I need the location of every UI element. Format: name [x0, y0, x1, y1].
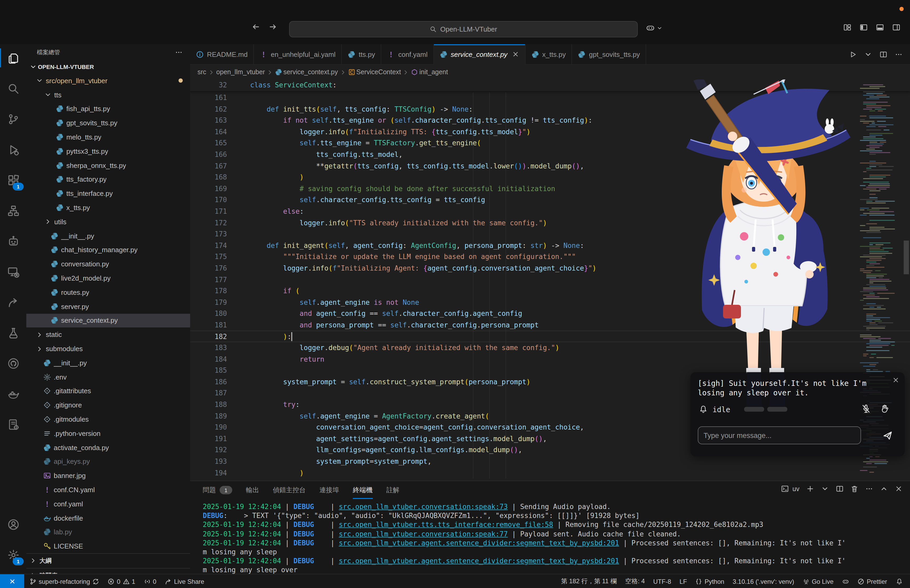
- raise-hand-icon[interactable]: [880, 404, 890, 414]
- explorer-row[interactable]: .python-version: [26, 426, 190, 441]
- explorer-row[interactable]: x_tts.py: [26, 200, 190, 215]
- status-item[interactable]: [895, 578, 903, 585]
- toggle-secondary-sidebar-icon[interactable]: [892, 23, 900, 32]
- more-icon[interactable]: [865, 485, 873, 493]
- remote-indicator[interactable]: [0, 574, 24, 588]
- toggle-panel-icon[interactable]: [876, 23, 884, 32]
- splitv-icon[interactable]: [879, 50, 887, 58]
- explorer-row[interactable]: conversation.py: [26, 257, 190, 271]
- explorer-row[interactable]: live2d_model.py: [26, 271, 190, 285]
- explorer-row[interactable]: routes.py: [26, 285, 190, 299]
- activity-item-testing[interactable]: [0, 319, 26, 346]
- chat-message-input[interactable]: [698, 426, 861, 444]
- tab-service_context.py[interactable]: service_context.py: [434, 44, 525, 65]
- tab-x_tts.py[interactable]: x_tts.py: [525, 44, 572, 64]
- tab-README.md[interactable]: README.md: [190, 44, 254, 64]
- copilot-menu-button[interactable]: [646, 23, 663, 32]
- chev-d-icon[interactable]: [864, 50, 872, 58]
- breadcrumb-item-init_agent[interactable]: init_agent: [411, 68, 448, 76]
- explorer-row[interactable]: api_keys.py: [26, 455, 190, 469]
- explorer-row[interactable]: pyttsx3_tts.py: [26, 144, 190, 158]
- explorer-row[interactable]: chat_history_manager.py: [26, 243, 190, 257]
- command-center-search[interactable]: Open-LLM-VTuber: [289, 21, 638, 37]
- activity-item-source-control[interactable]: [0, 105, 26, 132]
- explorer-row[interactable]: tts_interface.py: [26, 187, 190, 201]
- activity-item-live-share[interactable]: [0, 289, 26, 316]
- close-icon[interactable]: [892, 376, 899, 384]
- explorer-row[interactable]: service_context.py: [26, 313, 190, 328]
- activity-item-symbols[interactable]: [0, 197, 26, 224]
- activity-item-github[interactable]: [0, 349, 26, 377]
- send-icon[interactable]: [882, 430, 893, 441]
- tab-conf.yaml[interactable]: conf.yaml: [381, 44, 434, 64]
- panel-tab-連接埠[interactable]: 連接埠: [319, 481, 339, 499]
- explorer-root-folder[interactable]: OPEN-LLM-VTUBER: [26, 60, 190, 74]
- chev-u-icon[interactable]: [880, 485, 888, 493]
- explorer-row[interactable]: conf.yaml: [26, 497, 190, 511]
- explorer-row[interactable]: server.py: [26, 299, 190, 314]
- term-icon[interactable]: [781, 485, 789, 493]
- activity-item-run-debug[interactable]: [0, 136, 26, 163]
- explorer-row[interactable]: utils: [26, 215, 190, 229]
- status-item[interactable]: Python: [695, 578, 724, 585]
- chev-d-icon[interactable]: [821, 485, 829, 493]
- explorer-row[interactable]: banner.jpg: [26, 469, 190, 483]
- status-item[interactable]: Go Live: [803, 578, 834, 585]
- mic-off-icon[interactable]: [861, 404, 871, 414]
- panel-tab-終端機[interactable]: 終端機: [353, 481, 373, 499]
- explorer-row[interactable]: melo_tts.py: [26, 130, 190, 144]
- panel-tab-註解[interactable]: 註解: [386, 481, 399, 499]
- explorer-row[interactable]: .env: [26, 370, 190, 384]
- explorer-more-actions-icon[interactable]: [175, 48, 183, 56]
- status-item[interactable]: 3.10.16 ('.venv': venv): [733, 578, 794, 585]
- panel-tab-偵錯主控台[interactable]: 偵錯主控台: [273, 481, 306, 499]
- back-icon[interactable]: [252, 23, 260, 31]
- close-icon[interactable]: [895, 485, 903, 493]
- status-item[interactable]: Prettier: [858, 578, 887, 585]
- explorer-row[interactable]: src/open_llm_vtuber: [26, 74, 190, 88]
- terminal-output[interactable]: 2025-01-19 12:42:04 | DEBUG | src.open_l…: [203, 502, 908, 574]
- activity-item-settings[interactable]: 1: [0, 541, 26, 569]
- splitv-icon[interactable]: [836, 485, 844, 493]
- toggle-sidebar-icon[interactable]: [860, 23, 868, 32]
- activity-item-docker[interactable]: [0, 380, 26, 407]
- explorer-row[interactable]: 大綱: [26, 553, 190, 568]
- panel-tab-輸出[interactable]: 輸出: [246, 481, 259, 499]
- explorer-row[interactable]: conf.CN.yaml: [26, 483, 190, 497]
- panel-tab-問題[interactable]: 問題1: [203, 481, 232, 499]
- explorer-row[interactable]: gpt_sovits_tts.py: [26, 116, 190, 130]
- status-item[interactable]: 0: [144, 578, 157, 585]
- explorer-row[interactable]: tts: [26, 88, 190, 102]
- explorer-row[interactable]: __init__.py: [26, 356, 190, 370]
- activity-item-ai-chat[interactable]: [0, 228, 26, 255]
- activity-item-remote-explorer[interactable]: [0, 258, 26, 285]
- explorer-row[interactable]: activate_conda.py: [26, 440, 190, 455]
- activity-item-extensions[interactable]: 1: [0, 166, 26, 194]
- explorer-row[interactable]: .gitattributes: [26, 384, 190, 398]
- explorer-row[interactable]: 時間表: [26, 568, 190, 574]
- explorer-row[interactable]: dockerfile: [26, 511, 190, 525]
- bell-icon[interactable]: [699, 405, 708, 414]
- customize-layout-icon[interactable]: [843, 23, 852, 32]
- status-item[interactable]: [842, 578, 849, 585]
- breadcrumb-item-ServiceContext[interactable]: ServiceContext: [348, 68, 401, 76]
- explorer-row[interactable]: __init__.py: [26, 229, 190, 243]
- breadcrumb-item-service_context.py[interactable]: service_context.py: [275, 68, 338, 76]
- activity-item-search[interactable]: [0, 75, 26, 102]
- explorer-row[interactable]: fish_api_tts.py: [26, 102, 190, 116]
- activity-item-snippets[interactable]: [0, 410, 26, 438]
- explorer-row[interactable]: LICENSE: [26, 539, 190, 554]
- explorer-row[interactable]: sherpa_onnx_tts.py: [26, 158, 190, 173]
- forward-icon[interactable]: [268, 23, 277, 31]
- code-editor[interactable]: 32class ServiceContext: 161162 def init_…: [190, 79, 910, 481]
- status-item[interactable]: superb-refactoring: [29, 578, 99, 585]
- status-item[interactable]: 第 182 行，第 11 欄: [561, 577, 617, 586]
- status-item[interactable]: UTF-8: [653, 578, 671, 585]
- tab-tts.py[interactable]: tts.py: [342, 44, 381, 64]
- breadcrumb-item-open_llm_vtuber[interactable]: open_llm_vtuber: [216, 68, 265, 76]
- status-item[interactable]: LF: [680, 578, 687, 585]
- explorer-row[interactable]: static: [26, 328, 190, 342]
- explorer-row[interactable]: submodules: [26, 342, 190, 356]
- activity-item-explorer[interactable]: [0, 44, 26, 72]
- tab-gpt_sovits_tts.py[interactable]: gpt_sovits_tts.py: [572, 44, 647, 64]
